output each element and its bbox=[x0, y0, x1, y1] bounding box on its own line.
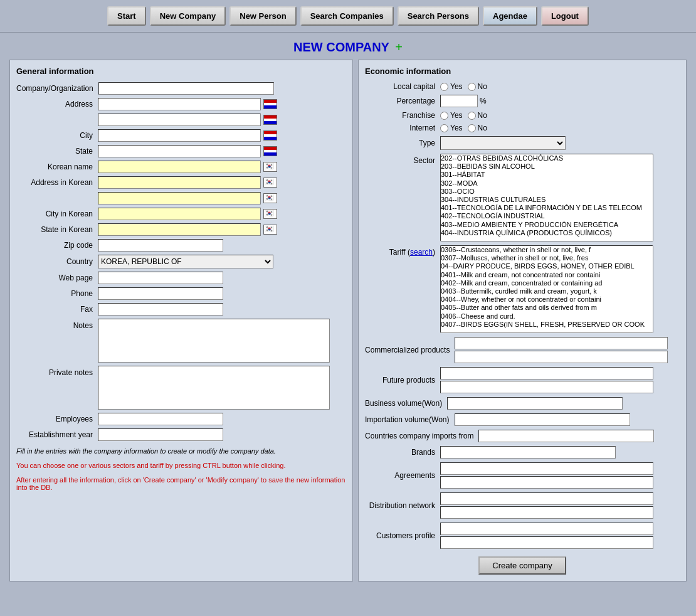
sector-listbox[interactable]: 202--OTRAS BEBIDAS ALCOHÓLICAS 203--BEBI… bbox=[440, 154, 653, 242]
brands-label: Brands bbox=[365, 448, 440, 457]
zip-input[interactable] bbox=[98, 239, 223, 252]
future-row: Future products bbox=[365, 367, 680, 393]
korean-name-input[interactable] bbox=[98, 161, 261, 173]
new-person-button[interactable]: New Person bbox=[229, 6, 296, 26]
importation-volume-label: Importation volume(Won) bbox=[365, 415, 455, 424]
city-korean-row: City in Korean bbox=[16, 208, 346, 220]
after-info-text: After entering all the information, clic… bbox=[16, 476, 346, 491]
agreements-textarea2[interactable] bbox=[440, 476, 653, 489]
create-company-button[interactable]: Create company bbox=[478, 556, 566, 575]
uk-flag-icon bbox=[263, 99, 277, 109]
new-company-button[interactable]: New Company bbox=[150, 6, 226, 26]
navigation-bar: Start New Company New Person Search Comp… bbox=[0, 0, 696, 33]
uk-flag-icon4 bbox=[263, 146, 277, 156]
commercialized-textarea1[interactable] bbox=[455, 337, 668, 349]
franchise-yes-label[interactable]: Yes bbox=[440, 111, 463, 120]
agreements-wrap bbox=[440, 462, 653, 489]
uk-flag-icon3 bbox=[263, 130, 277, 141]
webpage-input[interactable] bbox=[98, 272, 223, 284]
business-volume-row: Business volume(Won) bbox=[365, 397, 680, 410]
internet-yes-radio[interactable] bbox=[440, 124, 448, 132]
webpage-label: Web page bbox=[16, 273, 98, 282]
general-info-title: General information bbox=[16, 66, 346, 76]
local-capital-yes-label[interactable]: Yes bbox=[440, 82, 463, 91]
company-label: Company/Organization bbox=[16, 84, 98, 93]
address-korean-row: Address in Korean bbox=[16, 176, 346, 189]
private-notes-row: Private notes bbox=[16, 366, 346, 410]
franchise-no-label[interactable]: No bbox=[468, 111, 487, 120]
percentage-input[interactable] bbox=[440, 95, 478, 107]
logout-button[interactable]: Logout bbox=[541, 6, 589, 26]
uk-flag-icon2 bbox=[263, 115, 277, 125]
form-wrapper: General information Company/Organization… bbox=[9, 60, 687, 581]
state-row: State bbox=[16, 145, 346, 157]
internet-no-label[interactable]: No bbox=[468, 124, 487, 132]
address-korean-input[interactable] bbox=[98, 176, 261, 189]
country-select[interactable]: KOREA, REPUBLIC OF bbox=[98, 255, 273, 268]
kr-flag-icon4 bbox=[263, 209, 277, 219]
sector-row: Sector 202--OTRAS BEBIDAS ALCOHÓLICAS 20… bbox=[365, 154, 680, 242]
city-korean-input[interactable] bbox=[98, 208, 261, 220]
address-input1[interactable] bbox=[98, 98, 261, 110]
distribution-textarea2[interactable] bbox=[440, 506, 653, 519]
employees-label: Employees bbox=[16, 415, 98, 423]
address-input2[interactable] bbox=[98, 114, 261, 126]
city-input[interactable] bbox=[98, 129, 261, 142]
company-row: Company/Organization bbox=[16, 82, 346, 95]
business-volume-input[interactable] bbox=[447, 397, 623, 410]
state-korean-row: State in Korean bbox=[16, 223, 346, 236]
search-persons-button[interactable]: Search Persons bbox=[398, 6, 479, 26]
notes-label: Notes bbox=[16, 319, 98, 330]
private-notes-textarea[interactable] bbox=[98, 366, 330, 410]
tariff-search-link[interactable]: search bbox=[410, 248, 433, 257]
tariff-row: Tariff (search) 0306--Crustaceans, wheth… bbox=[365, 245, 680, 333]
agendae-button[interactable]: Agendae bbox=[483, 6, 537, 26]
korean-name-row: Korean name bbox=[16, 161, 346, 173]
address-korean-label: Address in Korean bbox=[16, 178, 98, 187]
zip-label: Zip code bbox=[16, 241, 98, 250]
future-textarea1[interactable] bbox=[440, 367, 653, 380]
type-select[interactable] bbox=[440, 136, 566, 150]
local-capital-no-label[interactable]: No bbox=[468, 82, 487, 91]
company-input[interactable] bbox=[98, 82, 274, 95]
commercialized-row: Commercialized products bbox=[365, 337, 680, 363]
page-title-bar: NEW COMPANY + bbox=[0, 33, 696, 60]
countries-imports-input[interactable] bbox=[478, 430, 654, 442]
establishment-label: Establishment year bbox=[16, 430, 98, 439]
agreements-textarea1[interactable] bbox=[440, 462, 653, 475]
private-notes-label: Private notes bbox=[16, 366, 98, 377]
brands-input[interactable] bbox=[440, 446, 616, 459]
employees-input[interactable] bbox=[98, 413, 223, 425]
state-korean-label: State in Korean bbox=[16, 225, 98, 234]
distribution-textarea1[interactable] bbox=[440, 492, 653, 505]
establishment-input[interactable] bbox=[98, 428, 223, 441]
fax-input[interactable] bbox=[98, 303, 223, 316]
webpage-row: Web page bbox=[16, 272, 346, 284]
state-korean-input[interactable] bbox=[98, 223, 261, 236]
start-button[interactable]: Start bbox=[107, 6, 146, 26]
franchise-yes-radio[interactable] bbox=[440, 112, 448, 120]
local-capital-no-radio[interactable] bbox=[468, 83, 476, 91]
phone-row: Phone bbox=[16, 287, 346, 300]
tariff-listbox[interactable]: 0306--Crustaceans, whether in shell or n… bbox=[440, 245, 653, 333]
customers-textarea2[interactable] bbox=[440, 536, 653, 549]
internet-yes-label[interactable]: Yes bbox=[440, 124, 463, 132]
state-input[interactable] bbox=[98, 145, 261, 157]
notes-textarea[interactable] bbox=[98, 319, 330, 363]
economic-info-title: Economic information bbox=[365, 66, 680, 76]
kr-flag-icon2 bbox=[263, 178, 277, 188]
search-companies-button[interactable]: Search Companies bbox=[300, 6, 394, 26]
local-capital-yes-radio[interactable] bbox=[440, 83, 448, 91]
internet-no-radio[interactable] bbox=[468, 124, 476, 132]
franchise-no-radio[interactable] bbox=[468, 112, 476, 120]
address-korean-input2[interactable] bbox=[98, 192, 261, 204]
phone-input[interactable] bbox=[98, 287, 223, 300]
distribution-wrap bbox=[440, 492, 653, 519]
city-row: City bbox=[16, 129, 346, 142]
customers-textarea1[interactable] bbox=[440, 523, 653, 535]
future-textarea2[interactable] bbox=[440, 381, 653, 393]
percentage-label: Percentage bbox=[365, 97, 440, 105]
importation-volume-input[interactable] bbox=[455, 413, 630, 426]
commercialized-textarea2[interactable] bbox=[455, 351, 668, 363]
create-btn-row: Create company bbox=[365, 556, 680, 575]
